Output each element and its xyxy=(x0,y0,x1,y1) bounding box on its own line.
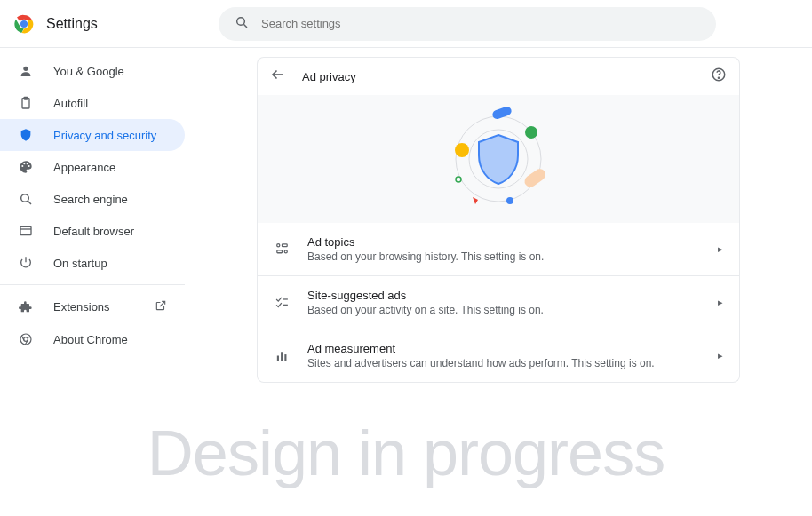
svg-point-8 xyxy=(21,194,29,202)
sidebar-item-label: About Chrome xyxy=(53,333,128,346)
row-text: Ad topics Based on your browsing history… xyxy=(307,235,700,263)
row-title: Site-suggested ads xyxy=(307,289,700,302)
svg-point-24 xyxy=(525,126,537,139)
svg-rect-39 xyxy=(284,354,286,361)
sidebar-item-extensions[interactable]: Extensions xyxy=(0,290,185,323)
external-link-icon xyxy=(155,299,167,314)
sidebar-item-search-engine[interactable]: Search engine xyxy=(0,183,185,215)
person-icon xyxy=(18,64,34,78)
row-text: Site-suggested ads Based on your activit… xyxy=(307,289,700,316)
sidebar-item-appearance[interactable]: Appearance xyxy=(0,151,185,183)
svg-rect-28 xyxy=(522,167,548,190)
chevron-right-icon: ▸ xyxy=(718,350,723,361)
back-button[interactable] xyxy=(270,67,286,86)
sidebar-separator xyxy=(0,284,185,285)
search-icon xyxy=(235,15,249,33)
svg-rect-32 xyxy=(282,244,287,247)
svg-point-3 xyxy=(237,17,245,25)
row-ad-topics[interactable]: Ad topics Based on your browsing history… xyxy=(257,223,740,276)
svg-line-13 xyxy=(160,301,165,306)
shield-icon xyxy=(18,128,34,142)
extension-icon xyxy=(18,300,34,314)
row-text: Ad measurement Sites and advertisers can… xyxy=(307,342,700,369)
sidebar-item-default-browser[interactable]: Default browser xyxy=(0,215,185,247)
sidebar-item-label: Privacy and security xyxy=(53,129,156,142)
settings-card: Ad privacy xyxy=(257,57,740,516)
sidebar-item-label: On startup xyxy=(53,257,107,270)
clipboard-icon xyxy=(18,96,34,110)
sidebar-item-label: Default browser xyxy=(53,225,134,238)
bar-chart-icon xyxy=(274,348,290,363)
sidebar-item-label: Autofill xyxy=(53,97,88,110)
hero-illustration xyxy=(257,95,740,223)
svg-line-4 xyxy=(243,24,247,28)
search-input[interactable] xyxy=(261,17,700,30)
browser-icon xyxy=(18,224,34,238)
sidebar-item-label: You & Google xyxy=(53,65,124,78)
help-button[interactable] xyxy=(711,67,727,86)
sidebar-item-about-chrome[interactable]: About Chrome xyxy=(0,323,185,355)
sidebar: You & Google Autofill Privacy and securi… xyxy=(0,48,185,516)
row-ad-measurement[interactable]: Ad measurement Sites and advertisers can… xyxy=(257,329,740,383)
svg-point-26 xyxy=(506,197,513,204)
app-header: Settings xyxy=(0,0,812,48)
sidebar-item-label: Search engine xyxy=(53,193,128,206)
row-description: Based on your activity on a site. This s… xyxy=(307,304,700,316)
row-site-suggested-ads[interactable]: Site-suggested ads Based on your activit… xyxy=(257,276,740,329)
sidebar-item-on-startup[interactable]: On startup xyxy=(0,247,185,279)
svg-point-25 xyxy=(455,143,469,157)
row-title: Ad measurement xyxy=(307,342,700,355)
logo-title-group: Settings xyxy=(14,14,219,34)
power-icon xyxy=(18,256,34,270)
chevron-right-icon: ▸ xyxy=(718,243,723,255)
svg-rect-37 xyxy=(276,356,278,361)
search-icon xyxy=(18,192,34,206)
svg-point-5 xyxy=(23,67,28,71)
main-content: Ad privacy xyxy=(185,48,812,516)
svg-line-9 xyxy=(28,201,31,204)
card-header: Ad privacy xyxy=(257,57,740,95)
svg-rect-10 xyxy=(20,226,31,234)
svg-rect-33 xyxy=(276,250,282,253)
page-title: Settings xyxy=(46,16,98,32)
chevron-right-icon: ▸ xyxy=(718,297,723,308)
row-description: Based on your browsing history. This set… xyxy=(307,250,700,263)
row-title: Ad topics xyxy=(307,235,700,249)
svg-point-21 xyxy=(718,77,719,78)
svg-rect-7 xyxy=(24,97,28,99)
check-list-icon xyxy=(274,295,290,310)
chrome-logo-icon xyxy=(14,14,34,34)
svg-point-29 xyxy=(456,177,461,182)
search-box[interactable] xyxy=(219,7,716,41)
row-description: Sites and advertisers can understand how… xyxy=(307,357,700,369)
topics-icon xyxy=(274,242,290,257)
palette-icon xyxy=(18,160,34,174)
chrome-icon xyxy=(18,332,34,346)
svg-marker-30 xyxy=(473,197,478,204)
svg-point-34 xyxy=(284,250,287,253)
sidebar-item-label: Appearance xyxy=(53,161,115,174)
sidebar-item-label: Extensions xyxy=(53,300,110,314)
sidebar-item-autofill[interactable]: Autofill xyxy=(0,87,185,119)
svg-rect-38 xyxy=(281,352,283,361)
svg-point-31 xyxy=(276,244,279,247)
card-title: Ad privacy xyxy=(302,70,695,83)
sidebar-item-you-and-google[interactable]: You & Google xyxy=(0,55,185,87)
sidebar-item-privacy-security[interactable]: Privacy and security xyxy=(0,119,185,151)
